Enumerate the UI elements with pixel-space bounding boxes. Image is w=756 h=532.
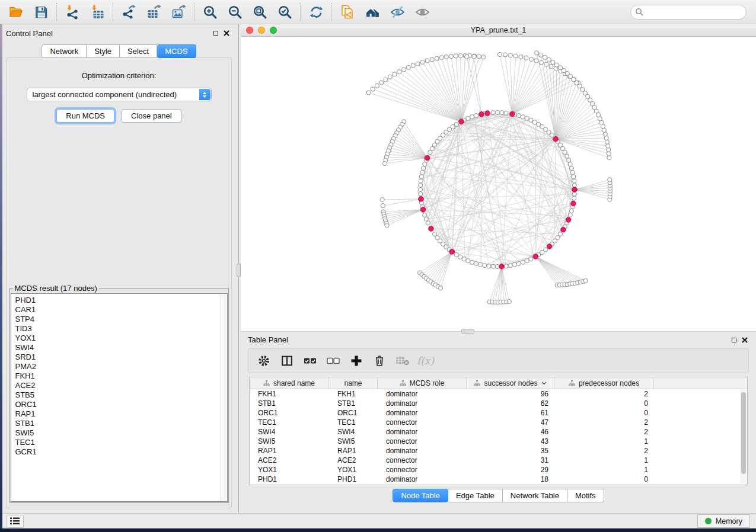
cell: SWI4 [329,427,378,437]
result-node[interactable]: CAR1 [15,305,227,315]
tab-edge-table[interactable]: Edge Table [448,489,503,502]
run-mcds-button[interactable]: Run MCDS [56,109,114,123]
delete-table-icon [395,355,410,367]
table-panel-title: Table Panel [248,335,729,344]
function-builder-button[interactable]: f(x) [414,351,437,371]
select-all-button[interactable] [298,351,321,371]
column-header-shared-name[interactable]: shared name [250,377,329,389]
result-node[interactable]: GCR1 [15,447,227,457]
result-node[interactable]: STB1 [15,419,227,428]
result-node[interactable]: ORC1 [15,400,227,409]
result-node[interactable]: YOX1 [15,334,227,343]
result-node[interactable]: SWI5 [15,428,227,438]
column-header-predecessor-nodes[interactable]: predecessor nodes [554,377,654,389]
table-row[interactable]: SWI5SWI5connector431 [250,437,747,446]
close-table-panel-button[interactable] [739,335,750,345]
network-titlebar[interactable]: YPA_prune.txt_1 [241,24,756,37]
apply-style-button[interactable] [304,2,328,22]
zoom-fit-button[interactable] [247,2,272,22]
select-stepper-icon [199,89,210,100]
table-scrollbar[interactable] [740,390,747,483]
tab-mcds[interactable]: MCDS [157,44,196,58]
network-graph [241,37,755,331]
control-panel-titlebar: Control Panel [6,27,237,40]
import-table-button[interactable] [85,2,110,22]
result-node[interactable]: ACE2 [15,381,227,390]
delete-column-button[interactable] [368,351,391,371]
tab-node-table[interactable]: Node Table [393,489,448,502]
result-node[interactable]: STP4 [15,315,227,324]
table-settings-button[interactable] [252,351,275,371]
tab-select[interactable]: Select [120,44,157,58]
show-column-panel-button[interactable] [275,351,298,371]
close-icon [742,337,748,343]
export-network-button[interactable] [116,2,141,22]
cell: dominator [378,446,467,456]
network-overview-button[interactable] [360,2,385,22]
result-node[interactable]: TEC1 [15,438,227,447]
table-row[interactable]: ORC1ORC1dominator610 [250,408,747,418]
tab-network[interactable]: Network [42,44,87,58]
result-node[interactable]: FKH1 [15,371,227,381]
result-node[interactable]: SRD1 [15,352,227,362]
table-row[interactable]: RAP1RAP1dominator352 [250,446,747,456]
result-node[interactable]: PMA2 [15,362,227,371]
zoom-in-button[interactable] [197,2,222,22]
cell: 1 [554,437,654,446]
column-header-successor-nodes[interactable]: successor nodes [467,377,554,389]
result-node[interactable]: RAP1 [15,409,227,419]
splitter-handle[interactable] [237,264,241,277]
result-node[interactable]: STB5 [15,390,227,400]
export-table-button[interactable] [141,2,166,22]
column-header-name[interactable]: name [329,377,378,389]
add-column-button[interactable] [344,351,368,371]
open-file-button[interactable] [4,2,28,22]
float-table-panel-button[interactable] [729,335,739,345]
result-node[interactable]: PHD1 [15,296,227,305]
import-network-button[interactable] [60,2,85,22]
desktop-wallpaper-sliver [0,24,2,528]
mcds-result-items: PHD1CAR1STP4TID3YOX1SWI4SRD1PMA2FKH1ACE2… [15,296,227,457]
result-node[interactable]: TID3 [15,324,227,334]
table-row[interactable]: TEC1TEC1connector472 [250,418,747,427]
zoom-out-button[interactable] [222,2,247,22]
table-row[interactable]: STB1STB1dominator620 [250,399,747,408]
delete-table-button[interactable] [391,351,414,371]
mcds-tab-content: Optimization criterion: largest connecte… [6,57,232,508]
export-image-button[interactable] [166,2,191,22]
close-panel-button-2[interactable]: Close panel [122,109,181,123]
clone-network-button[interactable] [335,2,360,22]
maximize-window-icon[interactable] [270,27,277,34]
table-row[interactable]: SWI4SWI4dominator462 [250,427,747,437]
search-icon [635,8,643,16]
save-session-button[interactable] [28,2,53,22]
minimize-window-icon[interactable] [258,27,265,34]
scrollbar-thumb[interactable] [741,392,746,474]
zoom-selected-button[interactable] [272,2,297,22]
table-row[interactable]: ACE2ACE2connector311 [250,456,747,465]
close-window-icon[interactable] [246,27,253,34]
table-row[interactable]: PHD1PHD1dominator180 [250,475,747,484]
table-row[interactable]: YOX1YOX1connector291 [250,465,747,475]
result-list-scrollbar[interactable] [221,294,227,501]
task-history-button[interactable] [6,515,24,528]
vertical-splitter[interactable] [237,24,241,513]
deselect-all-button[interactable] [321,351,344,371]
zoom-selected-icon [277,5,292,20]
tab-motifs[interactable]: Motifs [567,489,604,502]
result-node[interactable]: SWI4 [15,343,227,352]
mcds-result-list[interactable]: PHD1CAR1STP4TID3YOX1SWI4SRD1PMA2FKH1ACE2… [11,293,228,502]
criterion-select[interactable]: largest connected component (undirected) [27,88,212,101]
search-input[interactable] [630,5,747,20]
network-canvas[interactable] [241,37,756,331]
tab-style[interactable]: Style [87,44,120,58]
horizontal-splitter-handle[interactable] [461,329,474,334]
tab-network-table[interactable]: Network Table [503,489,567,502]
show-graphics-button[interactable] [410,2,435,22]
close-panel-button[interactable] [221,28,232,38]
hide-graphics-button[interactable] [385,2,410,22]
float-panel-button[interactable] [210,28,221,38]
memory-button[interactable]: Memory [697,514,750,528]
table-row[interactable]: FKH1FKH1dominator962 [250,389,747,399]
column-header-MCDS-role[interactable]: MCDS role [378,377,467,389]
